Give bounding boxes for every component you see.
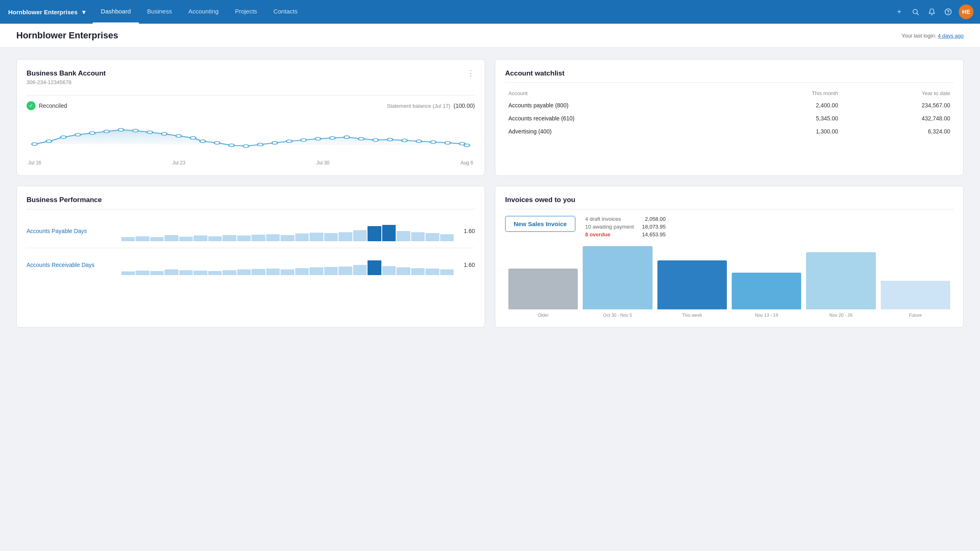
perf-bar <box>266 269 280 275</box>
perf-bar <box>353 230 367 242</box>
perf-bar-highlight <box>382 225 396 241</box>
perf-bar <box>223 270 236 276</box>
invoices-title: Invoices owed to you <box>505 196 953 204</box>
last-login-link[interactable]: 4 days ago <box>938 33 964 39</box>
nav-accounting[interactable]: Accounting <box>180 0 227 24</box>
svg-point-22 <box>286 140 292 143</box>
svg-point-23 <box>301 139 307 142</box>
svg-point-8 <box>89 132 95 135</box>
svg-point-27 <box>359 138 364 140</box>
bank-title-group: Business Bank Account 306-234-12345678 <box>27 69 106 90</box>
perf-row-1: Accounts Receivable Days <box>27 248 475 282</box>
invoice-stat-overdue: 8 overdue 14,653.95 <box>585 231 666 238</box>
chart-x-labels: Jul 16 Jul 23 Jul 30 Aug 6 <box>27 160 475 166</box>
perf-bar <box>165 269 178 275</box>
nav-contacts[interactable]: Contacts <box>265 0 306 24</box>
nav-dashboard[interactable]: Dashboard <box>93 0 139 24</box>
svg-point-16 <box>200 140 205 143</box>
perf-bar <box>252 235 265 241</box>
perf-bar <box>136 271 149 275</box>
bar-label-thisweek: This week <box>682 313 702 318</box>
svg-point-13 <box>161 133 167 136</box>
nav-links: Dashboard Business Accounting Projects C… <box>93 0 892 24</box>
bar-group-nov20: Nov 20 - 26 <box>806 252 875 318</box>
perf-bars-0 <box>121 221 454 241</box>
perf-bar <box>310 233 323 241</box>
help-button[interactable] <box>941 4 956 19</box>
invoices-divider <box>505 209 953 209</box>
svg-point-29 <box>387 138 393 141</box>
statement-balance: Statement balance (Jul 17) (100.00) <box>387 102 475 109</box>
perf-bar <box>179 237 193 241</box>
bar-group-oct30: Oct 30 - Nov 5 <box>583 246 652 318</box>
invoice-stat-awaiting-label: 10 awaiting payment <box>585 224 634 230</box>
bank-account-number: 306-234-12345678 <box>27 79 106 85</box>
svg-point-26 <box>344 136 350 139</box>
svg-point-5 <box>46 140 52 143</box>
svg-point-12 <box>147 131 153 134</box>
perf-bar <box>324 233 338 241</box>
watchlist-col-account: Account <box>505 88 737 99</box>
watchlist-row-0: Accounts payable (800) 2,400.00 234,567.… <box>505 99 953 112</box>
bell-button[interactable] <box>924 4 939 19</box>
watchlist-account-0: Accounts payable (800) <box>505 99 737 112</box>
svg-point-7 <box>75 133 81 136</box>
add-button[interactable]: + <box>892 4 906 19</box>
last-login: Your last login: 4 days ago <box>902 33 964 39</box>
perf-bar <box>295 268 309 276</box>
perf-bar <box>121 237 135 241</box>
chart-label-aug6: Aug 6 <box>461 160 473 166</box>
invoice-stats: 4 draft invoices 2,058.00 10 awaiting pa… <box>585 216 666 238</box>
perf-label-1[interactable]: Accounts Receivable Days <box>27 262 116 268</box>
perf-label-0[interactable]: Accounts Payable Days <box>27 228 116 234</box>
chart-label-jul30: Jul 30 <box>316 160 330 166</box>
watchlist-thismonth-0: 2,400.00 <box>737 99 841 112</box>
chart-label-jul23: Jul 23 <box>172 160 185 166</box>
perf-row-0: Accounts Payable Days <box>27 214 475 248</box>
watchlist-col-thismonth: This month <box>737 88 841 99</box>
svg-point-33 <box>445 142 450 144</box>
bar-nov20 <box>806 252 875 309</box>
perf-bar <box>353 265 367 275</box>
new-sales-invoice-button[interactable]: New Sales Invoice <box>505 216 575 232</box>
nav-business[interactable]: Business <box>139 0 180 24</box>
bar-label-nov20: Nov 20 - 26 <box>829 313 853 318</box>
svg-point-17 <box>214 142 220 144</box>
svg-line-1 <box>917 13 918 15</box>
perf-bar <box>411 232 425 242</box>
perf-bar <box>411 268 425 276</box>
brand-button[interactable]: Hornblower Enterprises ▼ <box>7 9 93 16</box>
reconciled-status: ✓ Reconciled <box>27 101 67 110</box>
svg-point-21 <box>272 142 278 144</box>
watchlist-table: Account This month Year to date Accounts… <box>505 88 953 138</box>
brand-caret: ▼ <box>81 9 87 16</box>
perf-bar <box>440 234 454 242</box>
svg-point-20 <box>258 143 263 146</box>
perf-bar <box>281 269 294 275</box>
perf-bar <box>237 236 251 241</box>
invoices-card: Invoices owed to you New Sales Invoice 4… <box>495 186 964 328</box>
perf-bar <box>194 236 207 241</box>
bar-group-nov13: Nov 13 - 19 <box>732 273 801 318</box>
watchlist-row-2: Advertising (400) 1,300.00 6,324.00 <box>505 125 953 138</box>
perf-bar <box>194 271 207 275</box>
nav-projects[interactable]: Projects <box>227 0 265 24</box>
bank-menu-dots[interactable]: ⋮ <box>467 69 475 77</box>
bank-account-card: Business Bank Account 306-234-12345678 ⋮… <box>16 59 485 176</box>
bank-chart <box>27 113 475 158</box>
avatar[interactable]: HE <box>959 4 973 19</box>
watchlist-ytd-2: 6,324.00 <box>841 125 953 138</box>
bar-group-future: Future <box>881 281 950 318</box>
perf-bar <box>425 269 439 275</box>
watchlist-row-1: Accounts receivable (610) 5,345.00 432,7… <box>505 112 953 125</box>
perf-bar <box>396 267 410 275</box>
search-button[interactable] <box>908 4 923 19</box>
invoice-stat-overdue-label: 8 overdue <box>585 231 610 238</box>
bank-chart-svg <box>27 113 475 158</box>
svg-point-9 <box>104 130 109 133</box>
perf-value-0: 1.60 <box>459 228 475 234</box>
perf-bar <box>179 270 193 276</box>
watchlist-thismonth-1: 5,345.00 <box>737 112 841 125</box>
svg-point-24 <box>315 138 321 140</box>
bar-group-thisweek: This week <box>657 260 727 318</box>
